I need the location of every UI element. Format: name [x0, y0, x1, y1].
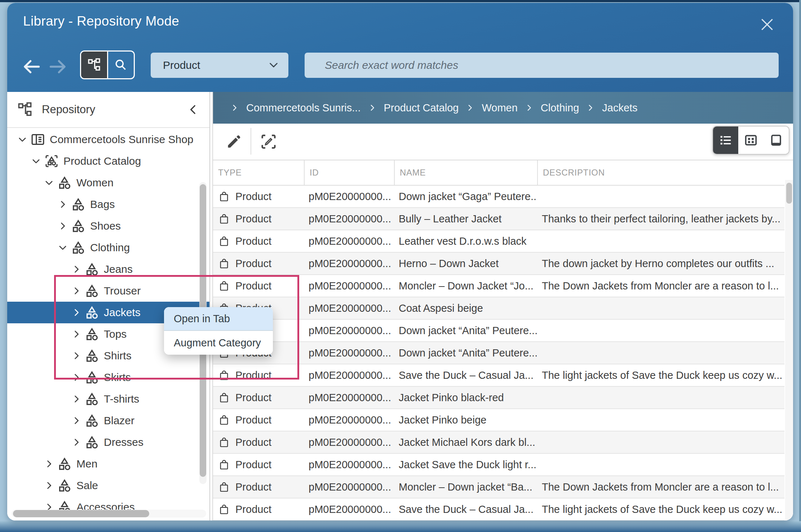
tree-node-label: Skirts: [104, 371, 131, 384]
scrollbar-thumb[interactable]: [786, 183, 792, 204]
chevron-right-icon[interactable]: [43, 177, 56, 188]
entity-type-select[interactable]: Product: [151, 53, 288, 78]
description-cell: [537, 297, 784, 319]
type-cell: Product: [213, 454, 304, 475]
tree-node[interactable]: Clothing: [7, 237, 209, 258]
context-menu-item[interactable]: Open in Tab: [164, 307, 273, 331]
tree-node[interactable]: Skirts: [7, 367, 209, 388]
column-header-type[interactable]: TYPE: [213, 160, 304, 185]
tree-node[interactable]: Sale: [7, 475, 209, 496]
tree-mode-button[interactable]: [81, 52, 107, 78]
table-row[interactable]: Product pM0E20000000... Down jacket “Ani…: [213, 320, 784, 342]
description-cell: [537, 320, 784, 341]
context-menu-item[interactable]: Augment Category: [164, 331, 273, 355]
scrollbar-thumb[interactable]: [13, 510, 149, 517]
tree-node[interactable]: Women: [7, 172, 209, 194]
category-icon: [70, 218, 87, 234]
window-title: Library - Repository Mode: [23, 14, 179, 29]
search-mode-button[interactable]: [107, 52, 134, 78]
id-cell: pM0E20000000...: [304, 454, 394, 475]
tree-node[interactable]: Dresses: [7, 431, 209, 453]
chevron-right-icon[interactable]: [70, 394, 83, 404]
table-row[interactable]: Product pM0E20000000... Save the Duck – …: [213, 364, 784, 387]
tree-node-label: Sale: [76, 479, 98, 492]
inline-edit-button[interactable]: [257, 130, 280, 153]
table-row[interactable]: Product pM0E20000000... Leather vest D.r…: [213, 230, 784, 253]
breadcrumb-item[interactable]: Commercetools Sunris...: [223, 102, 361, 114]
product-bag-icon: [218, 280, 230, 292]
tree-node[interactable]: Commercetools Sunrise Shop: [7, 129, 209, 150]
breadcrumb-item[interactable]: Product Catalog: [361, 102, 459, 114]
description-cell: Thanks to their perfect tailoring, leath…: [537, 208, 784, 230]
table-row[interactable]: Product pM0E20000000... Coat Aspesi beig…: [213, 297, 784, 320]
chevron-right-icon[interactable]: [70, 372, 83, 383]
results-pane: Commercetools Sunris... Product Catalog …: [212, 92, 793, 520]
tree-node[interactable]: Shoes: [7, 215, 209, 237]
chevron-right-icon[interactable]: [70, 285, 83, 296]
table-row[interactable]: Product pM0E20000000... Down jacket “Gag…: [213, 186, 784, 208]
chevron-right-icon[interactable]: [56, 221, 69, 231]
search-input[interactable]: [305, 53, 779, 78]
table-row[interactable]: Product pM0E20000000... Moncler – Down j…: [213, 476, 784, 498]
table-row[interactable]: Product pM0E20000000... Moncler – Down J…: [213, 275, 784, 297]
column-header-id[interactable]: ID: [304, 160, 394, 185]
tree-node[interactable]: Bags: [7, 194, 209, 215]
tree-node[interactable]: Jeans: [7, 258, 209, 280]
chevron-left-icon: [187, 103, 199, 116]
forward-button[interactable]: [48, 56, 68, 77]
tree-view-icon: [87, 58, 101, 72]
table-row[interactable]: Product pM0E20000000... Bully – Leather …: [213, 208, 784, 230]
breadcrumb-item[interactable]: Women: [459, 102, 517, 114]
column-header-description[interactable]: DESCRIPTION: [537, 160, 784, 185]
list-view-button[interactable]: [713, 127, 738, 154]
tree-node[interactable]: Blazer: [7, 410, 209, 431]
chevron-right-icon[interactable]: [70, 329, 83, 340]
table-row[interactable]: Product pM0E20000000... Jacket Pinko bei…: [213, 409, 784, 431]
column-header-name[interactable]: NAME: [394, 160, 537, 185]
type-cell: Product: [213, 208, 304, 230]
chevron-right-icon[interactable]: [70, 415, 83, 426]
back-button[interactable]: [21, 56, 42, 77]
card-view-button[interactable]: [764, 127, 789, 154]
tree-node[interactable]: Product Catalog: [7, 150, 209, 172]
tree-node[interactable]: Men: [7, 453, 209, 475]
table-vertical-scrollbar[interactable]: [785, 180, 793, 520]
collapse-sidebar-button[interactable]: [187, 103, 199, 116]
breadcrumb-label: Product Catalog: [384, 102, 459, 114]
forward-arrow-icon: [48, 56, 68, 77]
edit-button[interactable]: [222, 130, 245, 153]
sidebar-horizontal-scrollbar[interactable]: [12, 510, 206, 518]
chevron-right-icon[interactable]: [56, 199, 69, 210]
category-icon: [84, 283, 100, 299]
chevron-right-icon[interactable]: [70, 264, 83, 275]
table-toolbar: [213, 124, 793, 160]
table-row[interactable]: Product pM0E20000000... Herno – Down Jac…: [213, 253, 784, 275]
breadcrumb-item[interactable]: Clothing: [518, 102, 579, 114]
chevron-right-icon[interactable]: [70, 437, 83, 448]
breadcrumb: Commercetools Sunris... Product Catalog …: [213, 92, 793, 124]
chevron-right-icon[interactable]: [70, 350, 83, 361]
chevron-right-icon[interactable]: [16, 134, 29, 145]
table-row[interactable]: Product pM0E20000000... Jacket Save the …: [213, 454, 784, 476]
chevron-right-icon[interactable]: [30, 156, 43, 167]
tree-node[interactable]: T-shirts: [7, 388, 209, 410]
table-row[interactable]: Product pM0E20000000... Jacket Pinko bla…: [213, 387, 784, 409]
chevron-right-icon[interactable]: [43, 458, 56, 469]
close-button[interactable]: [758, 16, 776, 33]
table-row[interactable]: Product pM0E20000000... Save the Duck – …: [213, 498, 784, 520]
breadcrumb-item[interactable]: Jackets: [579, 102, 637, 114]
grid-view-button[interactable]: [738, 127, 764, 154]
description-cell: The light jackets of Save the Duck keep …: [537, 498, 784, 520]
chevron-right-icon: [231, 104, 239, 112]
product-bag-icon: [218, 258, 230, 270]
chevron-right-icon[interactable]: [43, 480, 56, 491]
table-row[interactable]: Product pM0E20000000... Down jacket “Ani…: [213, 342, 784, 364]
chevron-right-icon[interactable]: [70, 307, 83, 318]
table-row[interactable]: Product pM0E20000000... Jacket Michael K…: [213, 431, 784, 454]
tree-node[interactable]: Trouser: [7, 280, 209, 302]
type-value: Product: [235, 481, 271, 493]
chevron-right-icon[interactable]: [56, 242, 69, 253]
id-cell: pM0E20000000...: [304, 186, 394, 207]
type-value: Product: [235, 280, 271, 292]
id-cell: pM0E20000000...: [304, 364, 394, 386]
